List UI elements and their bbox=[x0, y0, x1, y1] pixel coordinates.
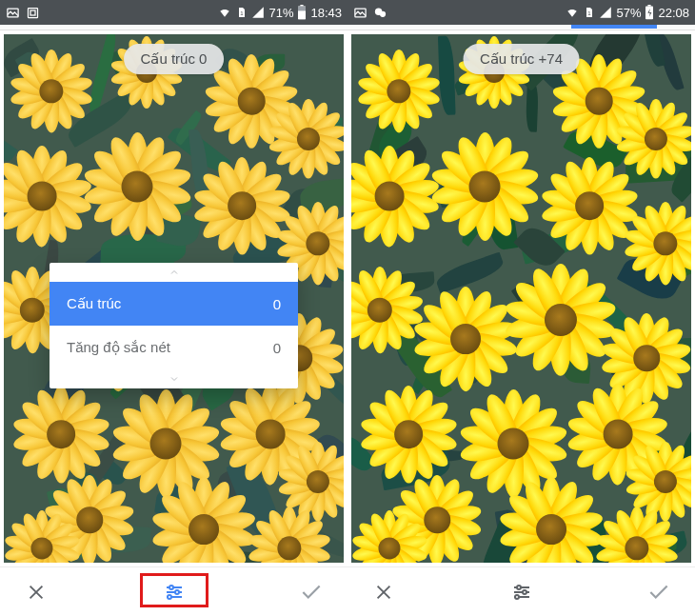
cancel-button[interactable] bbox=[363, 571, 405, 613]
svg-rect-6 bbox=[298, 10, 306, 19]
adjustment-badge: Cấu trúc 0 bbox=[124, 44, 225, 74]
adjust-row-value: 0 bbox=[273, 296, 281, 312]
adjustment-badge: Cấu trúc +74 bbox=[463, 44, 580, 74]
svg-point-13 bbox=[168, 595, 171, 599]
cancel-button[interactable] bbox=[15, 571, 57, 613]
svg-rect-7 bbox=[298, 7, 306, 11]
svg-point-16 bbox=[380, 10, 386, 16]
adjustment-badge-text: Cấu trúc +74 bbox=[480, 50, 563, 67]
phone-left: 1 71% 18:43 Cấu trúc 0 Cấu trúc 0 bbox=[0, 0, 348, 616]
editor-canvas[interactable] bbox=[351, 34, 691, 563]
bottom-toolbar bbox=[0, 566, 348, 616]
battery-percent: 71% bbox=[268, 6, 293, 20]
signal-icon bbox=[599, 6, 612, 19]
clock-text: 18:43 bbox=[310, 6, 342, 20]
svg-rect-19 bbox=[648, 5, 651, 7]
sim-icon: 1 bbox=[584, 6, 595, 19]
svg-point-21 bbox=[517, 586, 521, 589]
battery-charging-icon bbox=[645, 5, 654, 20]
status-bar: 1 71% 18:43 bbox=[0, 0, 348, 25]
adjust-row-structure[interactable]: Cấu trúc 0 bbox=[50, 282, 298, 326]
svg-point-23 bbox=[523, 590, 526, 594]
gallery-icon bbox=[6, 6, 20, 20]
svg-point-9 bbox=[169, 586, 173, 589]
svg-point-25 bbox=[515, 595, 519, 599]
wifi-icon bbox=[217, 6, 232, 19]
phone-right: 1 57% 22:08 Cấu trúc +74 bbox=[348, 0, 695, 616]
screenshot-icon bbox=[26, 6, 40, 20]
svg-point-11 bbox=[175, 590, 179, 594]
editor-canvas-wrap: Cấu trúc +74 bbox=[348, 30, 695, 566]
signal-icon bbox=[251, 6, 265, 19]
adjust-row-label: Tăng độ sắc nét bbox=[67, 339, 170, 356]
clock-text: 22:08 bbox=[658, 6, 689, 20]
svg-rect-5 bbox=[301, 5, 304, 7]
active-top-tab bbox=[571, 25, 657, 29]
wechat-icon bbox=[373, 6, 387, 20]
sliders-button[interactable] bbox=[501, 571, 543, 613]
bottom-toolbar bbox=[348, 566, 695, 616]
status-bar: 1 57% 22:08 bbox=[348, 0, 695, 25]
wifi-icon bbox=[565, 6, 580, 19]
adjust-row-sharpen[interactable]: Tăng độ sắc nét 0 bbox=[50, 326, 298, 369]
battery-percent: 57% bbox=[616, 6, 641, 20]
apply-button[interactable] bbox=[290, 571, 332, 613]
sim-icon: 1 bbox=[236, 6, 248, 19]
adjustment-panel[interactable]: Cấu trúc 0 Tăng độ sắc nét 0 bbox=[50, 263, 298, 388]
svg-rect-1 bbox=[29, 8, 38, 17]
adjustment-badge-text: Cấu trúc 0 bbox=[141, 50, 208, 67]
gallery-icon bbox=[353, 6, 367, 20]
chevron-up-icon bbox=[50, 263, 298, 282]
svg-rect-2 bbox=[30, 10, 35, 15]
adjust-row-value: 0 bbox=[273, 340, 281, 356]
adjust-row-label: Cấu trúc bbox=[67, 295, 121, 312]
apply-button[interactable] bbox=[638, 571, 680, 613]
sliders-button[interactable] bbox=[153, 571, 195, 613]
battery-icon bbox=[297, 5, 307, 20]
chevron-down-icon bbox=[50, 369, 298, 388]
editor-canvas-wrap: Cấu trúc 0 Cấu trúc 0 Tăng độ sắc nét 0 bbox=[0, 30, 348, 566]
